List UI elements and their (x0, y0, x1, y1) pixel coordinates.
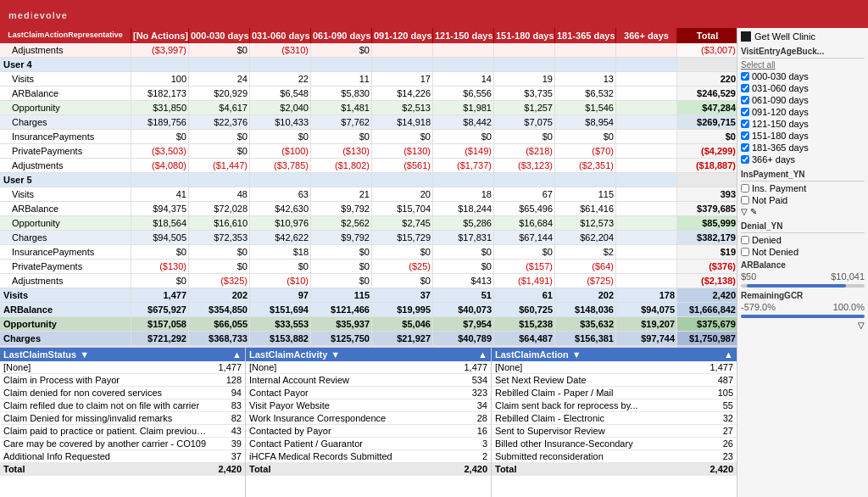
list-item: Visit Payor Website34 (246, 399, 491, 412)
ins-filter-edit[interactable]: ✎ (750, 207, 757, 216)
remaining-gcr-title: RemainingGCR (741, 291, 865, 300)
table-row: Adjustments $0 ($325) ($10) $0 $0 $413 (… (0, 274, 737, 288)
grid-header: LastClaimActionRepresentative [No Action… (0, 28, 737, 43)
table-row-user4: User 4 (0, 58, 737, 72)
filter-366-plus[interactable]: 366+ days (741, 154, 865, 165)
list-item: [None]1,477 (492, 361, 737, 374)
filter-000-030-checkbox[interactable] (741, 72, 749, 81)
filter-121-150-checkbox[interactable] (741, 120, 749, 128)
denial-filter: Denial_YN Denied Not Denied (741, 221, 865, 257)
scroll-up-2[interactable]: ▲ (478, 349, 487, 360)
filter-151-180-checkbox[interactable] (741, 131, 749, 140)
filter-not-paid[interactable]: Not Paid (741, 195, 865, 205)
table-row: PrivatePayments ($130) $0 $0 $0 ($25) $0… (0, 260, 737, 274)
arbalance-min: $50 (741, 271, 756, 282)
table-row: ARBalance $94,375 $72,028 $42,630 $9,792… (0, 202, 737, 216)
filter-ins-payment-checkbox[interactable] (741, 184, 749, 193)
filter-denied[interactable]: Denied (741, 235, 865, 245)
last-claim-status-title: LastClaimStatus (3, 349, 76, 360)
arbalance-slider: ARBalance $50 $10,041 (741, 260, 865, 288)
filter-091-120[interactable]: 091-120 days (741, 107, 865, 117)
remaining-gcr-values: -579.0% 100.0% (741, 302, 865, 312)
col-header-366: 366+ days (616, 28, 677, 43)
list-item: Internal Account Review534 (246, 374, 491, 387)
visit-age-filter: VisitEntryAgeBuck... Select all 000-030 … (741, 47, 865, 165)
table-row-user5: User 5 (0, 173, 737, 187)
table-row: ARBalance $182,173 $20,929 $6,548 $5,830… (0, 87, 737, 101)
table-row-charges: Charges $189,756 $22,376 $10,433 $7,762 … (0, 115, 737, 130)
scroll-up-3[interactable]: ▲ (724, 349, 733, 360)
arbalance-slider-values: $50 $10,041 (741, 271, 865, 282)
filter-denied-checkbox[interactable] (741, 236, 749, 244)
table-row: Adjustments ($4,080) ($1,447) ($3,785) (… (0, 159, 737, 173)
visit-age-filter-title: VisitEntryAgeBuck... (741, 47, 865, 59)
table-row: Visits 41 48 63 21 20 18 67 115 393 (0, 187, 737, 202)
list-item: Claim denied for non covered services94 (0, 387, 245, 399)
list-item: Rebilled Claim - Paper / Mail105 (492, 387, 737, 399)
table-row-opportunity: Opportunity $18,564 $16,610 $10,976 $2,5… (0, 216, 737, 231)
list-item: Contact Payor323 (246, 387, 491, 399)
last-claim-status-rows: [None]1,477 Claim in Process with Payor1… (0, 361, 245, 494)
filter-031-060[interactable]: 031-060 days (741, 83, 865, 93)
list-item: Set Next Review Date487 (492, 374, 737, 387)
sort-icon-2[interactable]: ▼ (331, 349, 340, 360)
list-item: Sent to Supervisor Review27 (492, 425, 737, 438)
filter-not-denied-checkbox[interactable] (741, 248, 749, 256)
ins-payment-filter: InsPayment_YN Ins. Payment Not Paid ▽ ✎ (741, 170, 865, 216)
filter-031-060-checkbox[interactable] (741, 84, 749, 92)
col-header-000: 000-030 days (189, 28, 250, 43)
col-header-091: 091-120 days (372, 28, 433, 43)
list-item: Additional Info Requested37 (0, 450, 245, 463)
list-item: Billed other Insurance-Secondary26 (492, 438, 737, 450)
right-panel: Get Well Clinic VisitEntryAgeBuck... Sel… (737, 28, 868, 497)
filter-121-150[interactable]: 121-150 days (741, 119, 865, 129)
remaining-gcr-slider: RemainingGCR -579.0% 100.0% ▽ (741, 291, 865, 330)
filter-000-030[interactable]: 000-030 days (741, 71, 865, 81)
table-row-opportunity: Opportunity $31,850 $4,617 $2,040 $1,481… (0, 101, 737, 115)
arbalance-slider-track[interactable] (741, 284, 865, 288)
total-row-opportunity: Opportunity $157,058 $66,055 $33,553 $35… (0, 317, 737, 332)
table-row-charges: Charges $94,505 $72,353 $42,622 $9,792 $… (0, 231, 737, 245)
list-item: Claim in Process with Payor128 (0, 374, 245, 387)
filter-181-365[interactable]: 181-365 days (741, 142, 865, 153)
bottom-total-row-2: Total2,420 (246, 463, 491, 476)
clinic-legend: Get Well Clinic (741, 31, 865, 42)
ins-payment-filter-title: InsPayment_YN (741, 170, 865, 181)
filter-not-denied[interactable]: Not Denied (741, 247, 865, 257)
total-row-arbalance: ARBalance $675,927 $354,850 $151,694 $12… (0, 303, 737, 317)
col-header-031: 031-060 days (250, 28, 311, 43)
bottom-header-3: LastClaimAction ▼ ▲ (492, 348, 737, 361)
select-all-button[interactable]: Select all (741, 60, 865, 70)
last-claim-activity-table: LastClaimActivity ▼ ▲ [None]1,477 Intern… (246, 348, 492, 497)
remaining-gcr-filter-icon[interactable]: ▽ (858, 321, 865, 330)
col-header-no-actions: [No Actions] (131, 28, 189, 43)
table-row: InsurancePayments $0 $0 $0 $0 $0 $0 $0 $… (0, 130, 737, 144)
scroll-up-1[interactable]: ▲ (232, 349, 242, 360)
filter-366-plus-checkbox[interactable] (741, 155, 749, 164)
filter-061-090[interactable]: 061-090 days (741, 95, 865, 105)
list-item: Rebilled Claim - Electronic32 (492, 412, 737, 425)
col-header-total: Total (677, 28, 737, 43)
filter-091-120-checkbox[interactable] (741, 108, 749, 116)
list-item: Claim Denied for missing/invalid remarks… (0, 412, 245, 425)
list-item: Claim sent back for reprocess by...55 (492, 399, 737, 412)
col-header-061: 061-090 days (311, 28, 372, 43)
clinic-color-box (741, 31, 751, 42)
last-claim-action-rows: [None]1,477 Set Next Review Date487 Rebi… (492, 361, 737, 494)
list-item: Care may be covered by another carrier -… (0, 438, 245, 450)
bottom-total-row-3: Total2,420 (492, 463, 737, 476)
filter-061-090-checkbox[interactable] (741, 96, 749, 104)
logo: medievolve (8, 10, 68, 20)
filter-151-180[interactable]: 151-180 days (741, 131, 865, 141)
table-row: InsurancePayments $0 $0 $18 $0 $0 $0 $0 … (0, 245, 737, 260)
sort-icon-1[interactable]: ▼ (80, 349, 89, 360)
filter-not-paid-checkbox[interactable] (741, 196, 749, 204)
filter-ins-payment[interactable]: Ins. Payment (741, 183, 865, 193)
col-header-151: 151-180 days (494, 28, 555, 43)
sort-icon-3[interactable]: ▼ (572, 349, 581, 360)
table-row: PrivatePayments ($3,503) $0 ($100) ($130… (0, 144, 737, 159)
filter-181-365-checkbox[interactable] (741, 143, 749, 152)
remaining-gcr-track[interactable] (741, 315, 865, 318)
ins-filter-icon[interactable]: ▽ (741, 207, 748, 216)
last-claim-action-title: LastClaimAction (495, 349, 569, 360)
